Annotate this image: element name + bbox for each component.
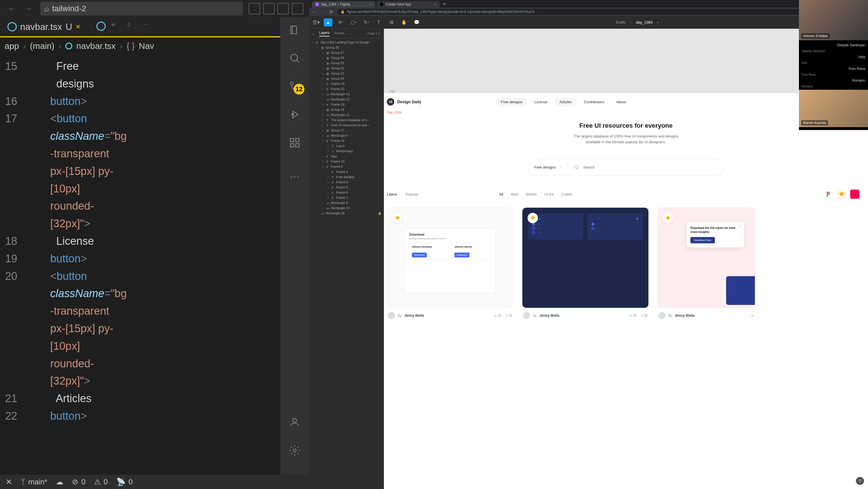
breadcrumb-file[interactable]: navbar.tsx bbox=[76, 41, 116, 51]
chevron-down-icon: ▾ bbox=[657, 21, 658, 24]
editor-tab[interactable]: navbar.tsx U × bbox=[4, 20, 84, 34]
tab-close-icon[interactable]: × bbox=[76, 22, 80, 31]
layer-item[interactable]: ▸▭Rectangle 14 bbox=[309, 205, 384, 210]
layer-item[interactable]: ▸#logo bbox=[309, 154, 384, 159]
layer-item[interactable]: ▸TFree designs bbox=[309, 174, 384, 180]
settings-icon[interactable] bbox=[288, 444, 302, 457]
hand-tool[interactable]: ✋ bbox=[400, 19, 408, 27]
breadcrumb-folder[interactable]: app bbox=[5, 41, 19, 51]
warnings[interactable]: ⚠ 0 bbox=[94, 478, 107, 486]
layer-item[interactable]: ▸⊞Group 21 bbox=[309, 71, 384, 76]
figma-menu-icon[interactable]: ☰▾ bbox=[313, 19, 320, 26]
command-search[interactable]: ⌕ tailwind-2 bbox=[40, 2, 243, 15]
layer-item[interactable]: ▸#Frame 3 bbox=[309, 180, 384, 185]
move-tool[interactable]: ▲ bbox=[324, 19, 332, 27]
participant-row[interactable]: Romario bbox=[799, 77, 868, 84]
layer-item[interactable]: ▸#Frame 6 bbox=[309, 190, 384, 195]
tab-close-icon[interactable]: × bbox=[434, 2, 436, 7]
participant-row[interactable]: toby bbox=[799, 53, 868, 61]
shape-tool[interactable]: ▢ bbox=[349, 19, 358, 27]
layer-item[interactable]: ▸#Frame 5 bbox=[309, 185, 384, 190]
layer-item[interactable]: ▸#Frame 22 bbox=[309, 86, 384, 92]
search-icon[interactable]: ⌕ bbox=[313, 32, 315, 36]
layout-panel-bottom-icon[interactable] bbox=[263, 3, 275, 14]
url-field[interactable]: 🔒 figma.com/file/H7tF6X8Z0sVxeIb3LByLEF/… bbox=[337, 9, 841, 15]
pen-tool[interactable]: ✎ bbox=[362, 19, 370, 27]
layout-grid-icon[interactable] bbox=[292, 3, 303, 14]
code-editor[interactable]: 15 Free designs16 button>17 <button clas… bbox=[0, 55, 280, 475]
participant-row[interactable]: Puru Rana bbox=[799, 65, 868, 72]
layer-item[interactable]: ▸#Frame 7 bbox=[309, 195, 384, 200]
tool-filters bbox=[824, 190, 859, 199]
layer-item[interactable]: ▸TThe largest database of 1… bbox=[309, 117, 384, 123]
nav-back-icon[interactable]: ← bbox=[6, 3, 17, 14]
help-button[interactable]: ? bbox=[856, 477, 864, 485]
breadcrumb-symbol[interactable]: Nav bbox=[139, 41, 154, 51]
layer-item[interactable]: ▸▭Rectangle 11 bbox=[309, 112, 384, 117]
layer-item[interactable]: ▸▭Rectangle 8 bbox=[309, 200, 384, 205]
layer-item[interactable]: ▸#Frame 23 bbox=[309, 159, 384, 164]
layer-item[interactable]: ▸#Frame 24 bbox=[309, 81, 384, 86]
account-icon[interactable] bbox=[288, 415, 302, 429]
layout-sidebar-right-icon[interactable] bbox=[277, 3, 289, 14]
layer-item[interactable]: ▸#Frame 16 bbox=[309, 138, 384, 143]
errors[interactable]: ⊘ 0 bbox=[72, 478, 85, 486]
layer-item[interactable]: ▸⊞Group 22 bbox=[309, 66, 384, 71]
extensions-icon[interactable] bbox=[288, 136, 302, 150]
layer-item[interactable]: ▸TLog in bbox=[309, 143, 384, 149]
page-selector[interactable]: Page 1 ▾ bbox=[368, 32, 380, 35]
git-branch[interactable]: ᛘ main* bbox=[21, 478, 47, 486]
participant-row[interactable]: Deepak Sankhyan bbox=[799, 41, 868, 49]
frame-tool[interactable]: # bbox=[336, 19, 345, 27]
back-icon[interactable]: ← bbox=[312, 9, 317, 14]
browser-tab[interactable]: day_1384 – Figma × bbox=[312, 1, 375, 7]
comment-tool[interactable]: 💬 bbox=[412, 19, 421, 27]
layer-item[interactable]: ▸⊞Group 16 bbox=[309, 107, 384, 112]
layer-item[interactable]: ▸◇bttn/primary bbox=[309, 149, 384, 154]
layer-item[interactable]: ▸⊞Group 27 bbox=[309, 50, 384, 55]
layer-item[interactable]: ▸⊞Group 26 bbox=[309, 55, 384, 60]
more-dots-icon[interactable]: ⋯ bbox=[288, 170, 302, 184]
layer-item[interactable]: ▸⊞Group 25 bbox=[309, 60, 384, 66]
ports[interactable]: 📡 0 bbox=[116, 478, 132, 486]
layer-item[interactable]: ▸⊞Group 17 bbox=[309, 128, 384, 133]
explorer-icon[interactable] bbox=[288, 23, 302, 37]
text-tool[interactable]: T bbox=[374, 19, 383, 27]
layer-item[interactable]: ▸#Frame 18 bbox=[309, 102, 384, 107]
source-control-icon[interactable]: 12 bbox=[288, 79, 302, 93]
tab-close-icon[interactable]: × bbox=[370, 2, 372, 7]
layer-item[interactable]: ▸▭Rectangle 12 bbox=[309, 97, 384, 102]
layout-sidebar-left-icon[interactable] bbox=[249, 3, 260, 14]
layer-item[interactable]: ▸TFree UI resources for eve… bbox=[309, 123, 384, 128]
file-location[interactable]: Drafts / day_1384 ▾ bbox=[425, 20, 849, 25]
reload-icon[interactable]: ⟳ bbox=[329, 9, 333, 15]
layer-item[interactable]: ▸▭Rectangle 13 bbox=[309, 92, 384, 97]
layer-item[interactable]: ▸⊞Group 28 bbox=[309, 76, 384, 81]
card-meta: by Jenny Molla ‹/› 25 ⇩ 25 bbox=[387, 308, 514, 323]
layers-tab[interactable]: Layers bbox=[319, 31, 330, 36]
more-icon[interactable]: ⋯ bbox=[144, 22, 154, 32]
figma-tool-badge bbox=[824, 190, 833, 199]
forward-icon[interactable]: → bbox=[320, 9, 325, 14]
layer-item[interactable]: ▸▭Rectangle 9 bbox=[309, 133, 384, 138]
sync-icon[interactable]: ☁ bbox=[56, 478, 63, 486]
remote-icon[interactable]: ✕ bbox=[6, 478, 12, 486]
new-tab-button[interactable]: + bbox=[441, 1, 448, 7]
split-icon[interactable]: ▯ bbox=[127, 22, 138, 32]
layer-item[interactable]: ▸#Frame 2 bbox=[309, 164, 384, 169]
debug-icon[interactable] bbox=[288, 107, 302, 121]
nav-forward-icon[interactable]: → bbox=[23, 3, 34, 14]
layer-item[interactable]: ▸⊞Group 29 bbox=[309, 45, 384, 50]
breadcrumb-group[interactable]: (main) bbox=[30, 41, 54, 51]
browser-tab[interactable]: Create Next App × bbox=[376, 1, 440, 7]
assets-tab[interactable]: Assets bbox=[334, 31, 344, 36]
layer-item[interactable]: ▸▭Rectangle 18🔒 bbox=[309, 210, 384, 216]
participant-video[interactable]: Antonio Erdeljac bbox=[799, 0, 868, 40]
layer-item[interactable]: ▸#Frame 4 bbox=[309, 169, 384, 174]
figma-canvas[interactable]: …sign UI Design Daily Free designs Licen… bbox=[384, 29, 868, 489]
search-icon[interactable] bbox=[288, 51, 302, 65]
participant-video[interactable]: Marvin Kaunda bbox=[799, 90, 868, 127]
resources-tool[interactable]: ⊞ bbox=[387, 19, 396, 27]
compare-icon[interactable]: ⇄ bbox=[112, 22, 122, 32]
layer-item[interactable]: ▾ # Day 1384 Landing Page UI Design bbox=[309, 40, 384, 45]
